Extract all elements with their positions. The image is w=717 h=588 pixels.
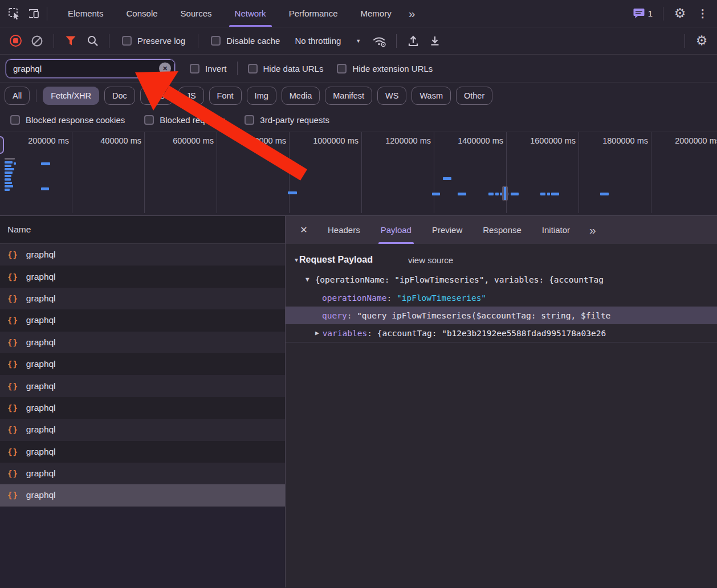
payload-variables-row[interactable]: ▶ variables: {accountTag: "b12e3b2192ee5… [286,324,717,342]
timeline-column: 600000 ms [145,132,217,213]
chip-fetch-xhr[interactable]: Fetch/XHR [43,87,99,105]
request-row[interactable]: {}graphql [0,375,285,397]
throttling-dropdown[interactable]: No throttling ▼ [288,36,368,46]
collapse-triangle-icon: ▾ [295,256,298,264]
hide-extension-urls-checkbox[interactable]: Hide extension URLs [330,64,439,74]
record-button[interactable] [6,31,25,51]
timeline-tick-label: 200000 ms [28,136,69,145]
json-resource-icon: {} [7,360,18,369]
request-row[interactable]: {}graphql [0,332,285,353]
chip-other[interactable]: Other [456,87,492,105]
payload-divider [286,342,717,342]
issues-indicator[interactable]: 1 [630,8,656,19]
details-tab-initiator[interactable]: Initiator [532,216,580,244]
network-settings-gear-icon[interactable]: ⚙ [692,31,711,51]
preserve-log-checkbox[interactable]: Preserve log [116,36,191,46]
clear-filter-icon[interactable]: ✕ [159,63,171,75]
hide-data-urls-checkbox[interactable]: Hide data URLs [241,64,331,74]
filter-input[interactable]: graphql ✕ [6,59,175,78]
resource-type-chips: AllFetch/XHRDocCSSJSFontImgMediaManifest… [0,83,717,108]
details-more-tabs-icon[interactable]: » [584,223,601,237]
kebab-menu-icon[interactable]: ⋮ [693,4,712,23]
payload-key: variables [323,329,368,338]
network-panel-split: Name {}graphql{}graphql{}graphql{}graphq… [0,216,717,587]
name-column-header[interactable]: Name [0,216,285,244]
clear-network-log-icon[interactable] [27,31,47,51]
request-row[interactable]: {}graphql [0,353,285,375]
blocked-response-cookies-checkbox[interactable]: Blocked response cookies [5,115,131,125]
request-row[interactable]: {}graphql [0,484,285,506]
device-toolbar-icon[interactable] [24,4,43,23]
name-column-label: Name [7,224,31,235]
request-row[interactable]: {}graphql [0,309,285,331]
payload-preview-text: {operationName: "ipFlowTimeseries", vari… [315,275,604,284]
request-details-pane: ✕ HeadersPayloadPreviewResponseInitiator… [286,216,717,587]
chip-manifest[interactable]: Manifest [325,87,372,105]
request-row[interactable]: {}graphql [0,288,285,309]
request-name: graphql [26,424,56,435]
devtools-tabbar: ElementsConsoleSourcesNetworkPerformance… [0,0,717,27]
request-row[interactable]: {}graphql [0,419,285,440]
issues-count: 1 [648,9,653,18]
tab-sources[interactable]: Sources [169,0,223,27]
request-name: graphql [26,468,56,479]
divider [237,62,238,75]
divider [663,7,663,21]
request-row[interactable]: {}graphql [0,441,285,463]
waterfall-bar [41,187,49,190]
request-row[interactable]: {}graphql [0,266,285,287]
payload-operation-row[interactable]: operationName: "ipFlowTimeseries" [286,289,717,307]
export-har-icon[interactable] [425,31,445,51]
chip-img[interactable]: Img [247,87,276,105]
view-source-link[interactable]: view source [408,255,453,265]
blocked-requests-checkbox[interactable]: Blocked requests [138,115,231,125]
json-resource-icon: {} [7,294,18,303]
divider [396,34,397,48]
request-row[interactable]: {}graphql [0,463,285,484]
chip-css[interactable]: CSS [140,87,173,105]
invert-checkbox[interactable]: Invert [183,64,234,74]
search-icon[interactable] [83,31,102,51]
import-har-icon[interactable] [404,31,423,51]
json-resource-icon: {} [7,272,18,281]
details-tab-headers[interactable]: Headers [317,216,370,244]
request-row[interactable]: {}graphql [0,397,285,419]
hide-data-urls-label: Hide data URLs [263,64,324,74]
checkbox-label: Blocked response cookies [26,115,125,125]
waterfall-bar [443,177,451,180]
request-row[interactable]: {}graphql [0,244,285,266]
request-rows: {}graphql{}graphql{}graphql{}graphql{}gr… [0,244,285,507]
more-tabs-icon[interactable]: » [403,7,420,21]
network-conditions-icon[interactable] [370,31,389,51]
chip-js[interactable]: JS [178,87,204,105]
settings-gear-icon[interactable]: ⚙ [670,4,690,23]
json-resource-icon: {} [7,338,18,347]
tab-performance[interactable]: Performance [278,0,349,27]
chip-font[interactable]: Font [209,87,242,105]
request-payload-section[interactable]: ▾ Request Payload view source [286,250,717,270]
close-details-icon[interactable]: ✕ [294,220,314,240]
chip-wasm[interactable]: Wasm [412,87,451,105]
details-tab-response[interactable]: Response [472,216,532,244]
overview-range-handle-left[interactable] [0,136,4,154]
inspect-element-icon[interactable] [5,4,24,23]
details-tab-payload[interactable]: Payload [370,216,422,244]
details-tab-preview[interactable]: Preview [422,216,472,244]
chip-ws[interactable]: WS [377,87,406,105]
tab-console[interactable]: Console [115,0,169,27]
3rd-party-requests-checkbox[interactable]: 3rd-party requests [239,115,335,125]
tab-network[interactable]: Network [223,0,278,27]
network-overview-timeline[interactable]: 200000 ms400000 ms600000 ms800000 ms1000… [0,132,717,216]
tab-memory[interactable]: Memory [349,0,403,27]
timeline-column: 400000 ms [72,132,145,213]
details-tabs: HeadersPayloadPreviewResponseInitiator [317,216,580,244]
checkbox [10,115,20,125]
payload-root-preview[interactable]: ▼ {operationName: "ipFlowTimeseries", va… [286,270,717,289]
tab-elements[interactable]: Elements [56,0,115,27]
payload-query-row[interactable]: query: "query ipFlowTimeseries($accountT… [286,307,717,324]
filter-funnel-icon[interactable] [61,31,80,51]
disable-cache-checkbox[interactable]: Disable cache [205,36,286,46]
chip-all[interactable]: All [5,87,30,105]
chip-media[interactable]: Media [282,87,320,105]
chip-doc[interactable]: Doc [104,87,135,105]
